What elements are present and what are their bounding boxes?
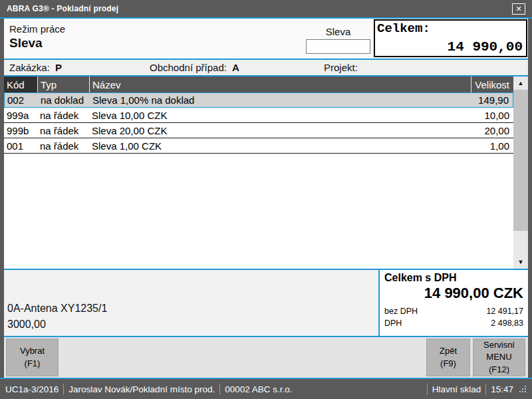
work-mode-label: Režim práce	[9, 23, 65, 35]
discount-table-body: Kód Typ Název Velikost 002 na doklad Sle…	[4, 76, 513, 269]
order-value: P	[55, 62, 62, 73]
service-menu-button[interactable]: Servisní MENU (F12)	[473, 338, 525, 376]
cell-nazev: Sleva 10,00 CZK	[89, 110, 471, 121]
cell-kod: 001	[4, 140, 37, 152]
vertical-scrollbar[interactable]: ▲ ▼	[513, 76, 528, 269]
header-panel: Režim práce Sleva Sleva Celkem: 14 990,0…	[4, 19, 528, 59]
project-label: Projekt:	[324, 62, 358, 73]
without-vat-row: bez DPH 12 491,17	[384, 307, 523, 316]
select-button[interactable]: Vybrat (F1)	[6, 338, 59, 376]
cell-nazev: Sleva 1,00% na doklad	[90, 94, 470, 106]
back-button[interactable]: Zpět (F9)	[426, 338, 470, 376]
context-bar: Zakázka: P Obchodní případ: A Projekt:	[4, 60, 528, 75]
total-with-vat-label: Celkem s DPH	[384, 272, 523, 284]
button-bar: Vybrat (F1) Zpět (F9) Servisní MENU (F12…	[4, 337, 528, 378]
service-menu-key: (F12)	[475, 364, 523, 376]
vat-row: DPH 2 498,83	[384, 319, 523, 328]
work-mode: Režim práce Sleva	[9, 23, 65, 51]
total-with-vat-value: 14 990,00 CZK	[384, 285, 523, 302]
cell-kod: 002	[5, 94, 38, 106]
back-button-key: (F9)	[428, 358, 468, 370]
status-bar: UC1a-3/2016 Jaroslav Novák/Pokladní míst…	[0, 379, 532, 399]
status-separator	[219, 384, 220, 395]
vat-label: DPH	[384, 319, 402, 328]
title-bar: ABRA G3® - Pokladní prodej ✕	[0, 0, 532, 17]
without-vat-value: 12 491,17	[486, 307, 523, 316]
resize-grip-icon[interactable]	[519, 385, 527, 393]
project-field: Projekt:	[324, 62, 528, 73]
status-company: 00002 ABC s.r.o.	[225, 384, 292, 394]
discount-label: Sleva	[306, 26, 370, 37]
cell-velikost: 20,00	[471, 125, 513, 136]
order-field: Zakázka: P	[9, 62, 150, 73]
status-document: UC1a-3/2016	[5, 384, 59, 394]
cell-kod: 999a	[4, 110, 37, 121]
work-mode-value: Sleva	[9, 36, 65, 51]
status-user: Jaroslav Novák/Pokladní místo prod.	[68, 384, 215, 394]
close-button[interactable]: ✕	[512, 3, 525, 15]
cell-typ: na řádek	[37, 140, 89, 152]
service-menu-label-2: MENU	[475, 351, 523, 363]
service-menu-label-1: Servisní	[475, 339, 523, 351]
business-case-field: Obchodní případ: A	[150, 62, 324, 73]
status-warehouse: Hlavní sklad	[432, 384, 481, 394]
business-case-value: A	[232, 62, 239, 73]
table-row[interactable]: 002 na doklad Sleva 1,00% na doklad 149,…	[4, 92, 513, 108]
cell-nazev: Sleva 1,00 CZK	[89, 140, 471, 152]
cell-velikost: 1,00	[471, 140, 513, 152]
discount-input[interactable]	[306, 39, 370, 54]
current-item-panel: 0A-Antena XY1235/1 3000,00	[4, 270, 378, 336]
business-case-label: Obchodní případ:	[150, 62, 227, 73]
column-header-velikost[interactable]: Velikost	[471, 76, 513, 92]
cell-typ: na doklad	[38, 94, 90, 106]
table-row[interactable]: 999b na řádek Sleva 20,00 CZK 20,00	[4, 123, 513, 138]
without-vat-label: bez DPH	[384, 307, 418, 316]
scroll-up-icon: ▲	[518, 80, 524, 86]
scrollbar-thumb[interactable]	[513, 90, 528, 231]
scroll-down-button[interactable]: ▼	[513, 255, 528, 269]
cell-typ: na řádek	[37, 110, 89, 121]
order-label: Zakázka:	[9, 62, 50, 73]
discount-field-group: Sleva	[306, 26, 370, 54]
total-label: Celkem:	[375, 21, 526, 37]
app-window: ABRA G3® - Pokladní prodej ✕ Režim práce…	[0, 0, 532, 399]
table-row[interactable]: 001 na řádek Sleva 1,00 CZK 1,00	[4, 138, 513, 154]
discount-table: Kód Typ Název Velikost 002 na doklad Sle…	[4, 76, 528, 269]
status-separator	[485, 384, 486, 395]
summary-panel: 0A-Antena XY1235/1 3000,00 Celkem s DPH …	[4, 270, 528, 336]
scroll-down-icon: ▼	[518, 259, 524, 265]
back-button-label: Zpět	[428, 345, 468, 357]
cell-velikost: 149,90	[470, 94, 513, 106]
totals-panel: Celkem s DPH 14 990,00 CZK bez DPH 12 49…	[378, 270, 528, 336]
scroll-up-button[interactable]: ▲	[513, 76, 528, 90]
close-icon: ✕	[515, 5, 521, 13]
column-header-kod[interactable]: Kód	[4, 76, 37, 92]
cell-typ: na řádek	[37, 125, 89, 136]
table-empty-area	[4, 154, 513, 269]
column-header-nazev[interactable]: Název	[89, 76, 471, 92]
select-button-label: Vybrat	[8, 345, 57, 357]
table-row[interactable]: 999a na řádek Sleva 10,00 CZK 10,00	[4, 108, 513, 123]
vat-value: 2 498,83	[491, 319, 523, 328]
total-display: Celkem: 14 990,00	[374, 19, 527, 57]
table-header-row: Kód Typ Název Velikost	[4, 76, 513, 92]
status-separator	[427, 384, 428, 395]
cell-nazev: Sleva 20,00 CZK	[89, 125, 471, 136]
cell-kod: 999b	[4, 125, 37, 136]
cell-velikost: 10,00	[471, 110, 513, 121]
select-button-key: (F1)	[8, 358, 57, 370]
item-price: 3000,00	[7, 319, 46, 331]
total-value: 14 990,00	[448, 39, 523, 55]
column-header-typ[interactable]: Typ	[37, 76, 89, 92]
status-separator	[63, 384, 64, 395]
scrollbar-track[interactable]	[513, 231, 528, 255]
item-name: 0A-Antena XY1235/1	[7, 303, 107, 315]
window-title: ABRA G3® - Pokladní prodej	[7, 4, 512, 13]
status-time: 15:47	[491, 384, 513, 394]
